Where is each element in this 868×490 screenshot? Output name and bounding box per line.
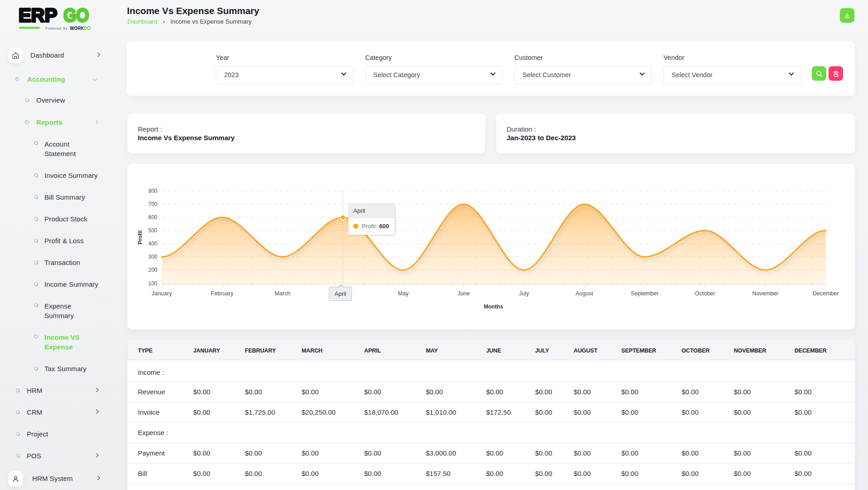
svg-text:October: October	[695, 290, 715, 297]
svg-text:March: March	[275, 290, 291, 297]
svg-text:100: 100	[148, 280, 157, 287]
svg-text:January: January	[151, 290, 172, 297]
svg-text:September: September	[631, 290, 658, 297]
svg-text:400: 400	[148, 240, 157, 247]
svg-text:300: 300	[148, 254, 157, 260]
svg-text:WORKDO: WORKDO	[70, 25, 91, 31]
svg-text:June: June	[458, 290, 470, 297]
svg-text:August: August	[575, 290, 593, 297]
svg-text:ERP: ERP	[19, 5, 57, 26]
svg-text:700: 700	[148, 201, 157, 207]
svg-text:GO: GO	[63, 5, 89, 26]
svg-text:600: 600	[148, 214, 157, 220]
svg-text:July: July	[519, 290, 529, 297]
svg-text:Powered By: Powered By	[45, 26, 68, 30]
svg-text:500: 500	[148, 227, 157, 234]
svg-text:200: 200	[148, 267, 157, 273]
svg-text:800: 800	[148, 188, 157, 194]
svg-text:February: February	[211, 290, 234, 297]
svg-text:November: November	[752, 290, 779, 297]
svg-text:Profit: Profit	[137, 230, 143, 244]
svg-text:May: May	[398, 290, 409, 297]
svg-text:Months: Months	[484, 304, 503, 310]
svg-text:December: December	[813, 290, 839, 297]
